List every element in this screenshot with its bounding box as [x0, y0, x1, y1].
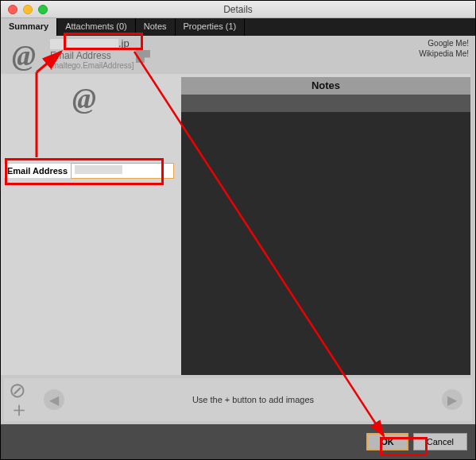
right-pane: Notes [176, 74, 470, 375]
annotation-box-field [5, 158, 164, 185]
window-title: Details [1, 4, 475, 15]
prev-image-button[interactable]: ◀ [44, 389, 64, 410]
at-icon-large: @ [72, 82, 96, 115]
image-strip-hint: Use the + button to add images [74, 395, 432, 404]
annotation-box-title [64, 33, 143, 50]
next-image-button[interactable]: ▶ [442, 389, 462, 410]
window: Details Summary Attachments (0) Notes Pr… [0, 0, 476, 460]
entity-type: [maltego.EmailAddress] [50, 61, 134, 70]
chevron-left-icon: ◀ [49, 392, 59, 408]
image-strip-left-tools: ⊘ ＋ [9, 381, 29, 419]
external-links: Google Me! Wikipedia Me! [419, 39, 469, 60]
body: @ .jp Email Address [maltego.EmailAddres… [1, 36, 475, 424]
google-me-link[interactable]: Google Me! [419, 39, 469, 48]
notes-panel: Notes [181, 77, 470, 375]
notes-toolbar [181, 95, 470, 112]
annotation-box-ok [380, 437, 428, 456]
tab-properties[interactable]: Properties (1) [176, 18, 246, 36]
entity-subtitle: Email Address [50, 50, 111, 61]
titlebar: Details [1, 1, 475, 18]
notes-title: Notes [181, 77, 470, 95]
wikipedia-me-link[interactable]: Wikipedia Me! [419, 49, 469, 58]
tab-summary[interactable]: Summary [1, 18, 57, 36]
image-strip: ⊘ ＋ ◀ Use the + button to add images ▶ [4, 378, 472, 421]
at-icon: @ [12, 39, 36, 72]
chevron-right-icon: ▶ [447, 392, 457, 408]
bookmark-icon[interactable] [136, 50, 150, 63]
plus-icon[interactable]: ＋ [9, 400, 29, 419]
left-pane: @ Email Address [1, 74, 176, 375]
